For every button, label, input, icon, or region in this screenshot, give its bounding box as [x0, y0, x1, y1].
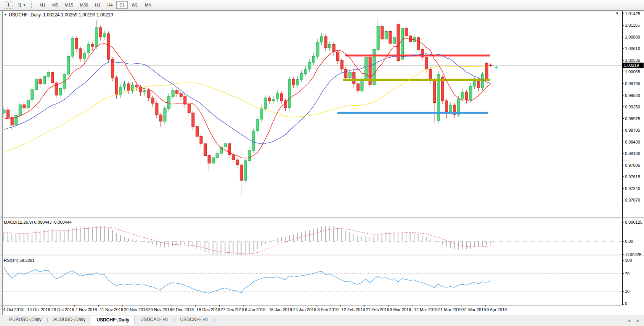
text-tool-button[interactable]: T: [4, 1, 13, 9]
tab-usdchf-daily[interactable]: USDCHF-,Daily: [91, 316, 135, 325]
chart-title: ▼USDCHF-,Daily1.00224 1.00259 1.00190 1.…: [4, 12, 113, 18]
svg-text:1.00335: 1.00335: [625, 58, 640, 63]
chart-canvas[interactable]: 1.014251.011551.008801.006101.003351.000…: [0, 0, 644, 326]
svg-text:0: 0: [625, 301, 627, 306]
svg-text:9 Apr 2019: 9 Apr 2019: [487, 307, 507, 312]
symbol-title: USDCHF-,Daily: [9, 12, 41, 18]
rsi-indicator-label: RSI(14) 58.5281: [4, 258, 35, 263]
timeframe-m15-button[interactable]: M15: [62, 1, 76, 9]
svg-text:1.00880: 1.00880: [625, 35, 640, 39]
svg-text:21 Feb 2019: 21 Feb 2019: [366, 307, 389, 312]
svg-text:0.97070: 0.97070: [625, 198, 640, 202]
svg-text:14 Oct 2018: 14 Oct 2018: [27, 307, 50, 312]
cursor-arrows-icon[interactable]: ⇅: [18, 2, 22, 8]
timeframe-mn-button[interactable]: MN: [142, 1, 154, 9]
svg-text:1.00610: 1.00610: [625, 46, 640, 51]
timeframe-m5-button[interactable]: M5: [49, 1, 61, 9]
top-toolbar: T ⇅ ▼ M1 M5 M15 M30 H1 H4 D1 W1 MN: [0, 0, 644, 10]
tab-scroll-left-icon[interactable]: ◀: [628, 319, 630, 323]
svg-text:3 Mar 2019: 3 Mar 2019: [390, 307, 411, 312]
tab-usdcad-h1[interactable]: USDCAD-,H1: [135, 316, 173, 324]
macd-indicator-label: MACD(12,26,9) 0.000443 -0.000444: [4, 220, 72, 224]
timeframe-m1-button[interactable]: M1: [37, 1, 48, 9]
svg-text:9 Dec 2018: 9 Dec 2018: [172, 307, 194, 312]
svg-text:0.97340: 0.97340: [625, 186, 640, 191]
svg-text:31 Mar 2019: 31 Mar 2019: [463, 307, 486, 312]
rsi-name: RSI(14): [4, 258, 18, 263]
svg-text:30: 30: [625, 289, 630, 294]
svg-text:0.006125: 0.006125: [625, 220, 642, 224]
chart-menu-triangle-icon[interactable]: ▼: [615, 11, 619, 15]
svg-text:1.01425: 1.01425: [625, 11, 640, 16]
chart-tabs-bar: EURUSD-,Daily | AUDUSD-,Daily USDCHF-,Da…: [0, 315, 644, 326]
svg-text:24 Jan 2019: 24 Jan 2019: [293, 307, 316, 312]
svg-text:15 Jan 2019: 15 Jan 2019: [269, 307, 292, 312]
support-line-blue[interactable]: [337, 112, 488, 114]
macd-values: 0.000443 -0.000444: [34, 220, 71, 224]
timeframe-d1-button[interactable]: D1: [116, 1, 128, 9]
support-line-olive[interactable]: [343, 79, 490, 81]
svg-text:12 Mar 2019: 12 Mar 2019: [414, 307, 438, 312]
svg-text:0.99250: 0.99250: [625, 105, 640, 109]
svg-text:0.98430: 0.98430: [625, 140, 640, 144]
symbol-collapse-triangle-icon[interactable]: ▼: [4, 13, 7, 16]
macd-name: MACD(12,26,9): [4, 220, 33, 224]
timeframe-w1-button[interactable]: W1: [128, 1, 141, 9]
timeframe-h1-button[interactable]: H1: [92, 1, 103, 9]
svg-text:0.97885: 0.97885: [625, 163, 640, 168]
svg-text:18 Dec 2018: 18 Dec 2018: [196, 307, 220, 312]
svg-text:6 Jan 2019: 6 Jan 2019: [245, 307, 265, 312]
ohlc-values: 1.00224 1.00259 1.00190 1.00219: [43, 12, 113, 18]
svg-text:1 Nov 2018: 1 Nov 2018: [75, 307, 97, 312]
tab-usdcnh-h1[interactable]: USDCNH-,H1: [175, 316, 214, 324]
current-price-box: 1.00219: [623, 63, 644, 68]
svg-text:29 Nov 2018: 29 Nov 2018: [148, 307, 172, 312]
svg-text:-0.00425: -0.00425: [625, 252, 641, 257]
svg-text:0.99790: 0.99790: [625, 81, 640, 86]
svg-text:70: 70: [625, 271, 630, 276]
tab-eurusd-daily[interactable]: EURUSD-,Daily: [4, 316, 47, 324]
tab-scroll-right-icon[interactable]: ▶: [637, 319, 639, 323]
svg-text:0.00: 0.00: [625, 239, 633, 244]
svg-text:23 Oct 2018: 23 Oct 2018: [51, 307, 74, 312]
rsi-value: 58.5281: [19, 258, 35, 263]
timeframe-m30-button[interactable]: M30: [77, 1, 91, 9]
svg-text:21 Mar 2019: 21 Mar 2019: [438, 307, 462, 312]
svg-text:0.98160: 0.98160: [625, 151, 640, 156]
svg-text:12 Feb 2019: 12 Feb 2019: [342, 307, 365, 312]
tab-audusd-daily[interactable]: AUDUSD-,Daily: [48, 316, 91, 324]
svg-text:100: 100: [625, 258, 632, 263]
svg-text:1.01155: 1.01155: [625, 23, 640, 27]
svg-text:20 Nov 2018: 20 Nov 2018: [124, 307, 148, 312]
tab-separator: |: [214, 316, 215, 322]
toolbar-separator: [31, 2, 32, 8]
svg-text:0.98975: 0.98975: [625, 116, 640, 121]
svg-text:3 Feb 2019: 3 Feb 2019: [317, 307, 339, 312]
svg-text:0.97615: 0.97615: [625, 174, 640, 179]
timeframe-h4-button[interactable]: H4: [104, 1, 116, 9]
svg-text:0.98705: 0.98705: [625, 128, 640, 132]
svg-text:27 Dec 2018: 27 Dec 2018: [221, 307, 244, 312]
tool-dropdown-caret-icon[interactable]: ▼: [23, 3, 26, 7]
svg-text:11 Nov 2018: 11 Nov 2018: [100, 307, 124, 312]
svg-text:1.00065: 1.00065: [625, 69, 640, 74]
svg-text:0.99520: 0.99520: [625, 93, 640, 98]
svg-text:4 Oct 2018: 4 Oct 2018: [3, 307, 24, 312]
